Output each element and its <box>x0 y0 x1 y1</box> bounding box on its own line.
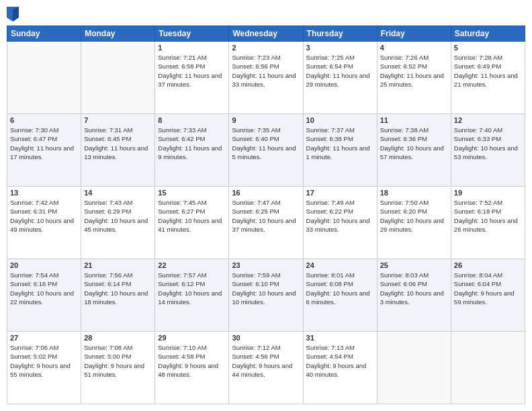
sunrise-label: Sunrise: 7:31 AM <box>84 126 132 134</box>
sunrise-label: Sunrise: 7:59 AM <box>232 271 280 279</box>
day-info: Sunrise: 7:40 AMSunset: 6:33 PMDaylight:… <box>454 126 522 161</box>
daylight-label: Daylight: 10 hours and 26 minutes. <box>454 217 518 233</box>
calendar-day-cell: 22Sunrise: 7:57 AMSunset: 6:12 PMDayligh… <box>155 259 229 332</box>
day-number: 23 <box>232 261 300 269</box>
day-info: Sunrise: 7:30 AMSunset: 6:47 PMDaylight:… <box>10 126 78 161</box>
daylight-label: Daylight: 10 hours and 22 minutes. <box>10 289 74 306</box>
sunset-label: Sunset: 6:18 PM <box>454 208 501 215</box>
sunset-label: Sunset: 6:10 PM <box>232 280 279 287</box>
daylight-label: Daylight: 10 hours and 6 minutes. <box>306 289 370 306</box>
calendar-day-cell: 3Sunrise: 7:25 AMSunset: 6:54 PMDaylight… <box>303 42 377 114</box>
sunrise-label: Sunrise: 7:13 AM <box>306 344 355 351</box>
sunrise-label: Sunrise: 7:54 AM <box>10 271 58 279</box>
sunrise-label: Sunrise: 8:04 AM <box>454 271 502 279</box>
sunrise-label: Sunrise: 7:45 AM <box>158 199 206 206</box>
daylight-label: Daylight: 11 hours and 21 minutes. <box>454 72 518 88</box>
sunset-label: Sunset: 6:20 PM <box>380 208 427 215</box>
calendar-day-cell: 10Sunrise: 7:37 AMSunset: 6:38 PMDayligh… <box>303 114 377 187</box>
daylight-label: Daylight: 11 hours and 17 minutes. <box>10 144 74 161</box>
calendar-week-row: 27Sunrise: 7:06 AMSunset: 5:02 PMDayligh… <box>7 332 525 404</box>
daylight-label: Daylight: 9 hours and 59 minutes. <box>454 289 515 306</box>
sunrise-label: Sunrise: 7:25 AM <box>306 54 355 61</box>
day-info: Sunrise: 8:03 AMSunset: 6:06 PMDaylight:… <box>380 271 448 306</box>
day-number: 22 <box>158 261 226 269</box>
daylight-label: Daylight: 10 hours and 57 minutes. <box>380 144 444 161</box>
daylight-label: Daylight: 10 hours and 53 minutes. <box>454 144 518 161</box>
day-number: 31 <box>306 334 374 342</box>
sunrise-label: Sunrise: 7:52 AM <box>454 199 502 206</box>
day-number: 18 <box>380 189 448 197</box>
calendar-day-cell: 15Sunrise: 7:45 AMSunset: 6:27 PMDayligh… <box>155 187 229 259</box>
sunrise-label: Sunrise: 7:47 AM <box>232 199 280 206</box>
day-info: Sunrise: 7:47 AMSunset: 6:25 PMDaylight:… <box>232 198 300 234</box>
calendar-day-cell <box>451 332 525 404</box>
sunrise-label: Sunrise: 7:42 AM <box>10 199 58 206</box>
daylight-label: Daylight: 9 hours and 55 minutes. <box>10 362 71 378</box>
day-info: Sunrise: 7:54 AMSunset: 6:16 PMDaylight:… <box>10 271 78 306</box>
daylight-label: Daylight: 11 hours and 13 minutes. <box>84 144 148 161</box>
calendar-day-cell: 2Sunrise: 7:23 AMSunset: 6:56 PMDaylight… <box>229 42 303 114</box>
sunrise-label: Sunrise: 7:12 AM <box>232 344 280 351</box>
sunset-label: Sunset: 6:45 PM <box>84 135 131 142</box>
sunset-label: Sunset: 6:54 PM <box>306 62 353 70</box>
day-number: 26 <box>454 261 522 269</box>
sunrise-label: Sunrise: 7:43 AM <box>84 199 132 206</box>
day-number: 6 <box>10 116 78 124</box>
daylight-label: Daylight: 10 hours and 49 minutes. <box>10 217 74 233</box>
sunrise-label: Sunrise: 7:30 AM <box>10 126 58 134</box>
day-info: Sunrise: 7:33 AMSunset: 6:42 PMDaylight:… <box>158 126 226 161</box>
sunset-label: Sunset: 6:08 PM <box>306 280 353 287</box>
sunset-label: Sunset: 5:02 PM <box>10 353 57 360</box>
calendar-day-cell: 26Sunrise: 8:04 AMSunset: 6:04 PMDayligh… <box>451 259 525 332</box>
logo-icon <box>7 7 19 21</box>
calendar-table: SundayMondayTuesdayWednesdayThursdayFrid… <box>7 26 525 404</box>
sunset-label: Sunset: 6:38 PM <box>306 135 353 142</box>
day-number: 19 <box>454 189 522 197</box>
calendar-day-cell: 4Sunrise: 7:26 AMSunset: 6:52 PMDaylight… <box>377 42 451 114</box>
calendar-header-row: SundayMondayTuesdayWednesdayThursdayFrid… <box>7 26 525 42</box>
calendar-day-cell <box>81 42 155 114</box>
daylight-label: Daylight: 11 hours and 9 minutes. <box>158 144 222 161</box>
sunrise-label: Sunrise: 8:01 AM <box>306 271 355 279</box>
calendar-day-header: Tuesday <box>155 26 229 42</box>
sunrise-label: Sunrise: 7:40 AM <box>454 126 502 134</box>
day-number: 3 <box>306 44 374 52</box>
day-number: 8 <box>158 116 226 124</box>
day-info: Sunrise: 7:38 AMSunset: 6:36 PMDaylight:… <box>380 126 448 161</box>
calendar-day-cell: 24Sunrise: 8:01 AMSunset: 6:08 PMDayligh… <box>303 259 377 332</box>
sunset-label: Sunset: 4:54 PM <box>306 353 353 360</box>
sunrise-label: Sunrise: 7:56 AM <box>84 271 132 279</box>
calendar-day-cell: 11Sunrise: 7:38 AMSunset: 6:36 PMDayligh… <box>377 114 451 187</box>
sunrise-label: Sunrise: 7:26 AM <box>380 54 429 61</box>
daylight-label: Daylight: 9 hours and 40 minutes. <box>306 362 367 378</box>
calendar-day-cell: 30Sunrise: 7:12 AMSunset: 4:56 PMDayligh… <box>229 332 303 404</box>
day-number: 17 <box>306 189 374 197</box>
calendar-day-cell: 23Sunrise: 7:59 AMSunset: 6:10 PMDayligh… <box>229 259 303 332</box>
day-number: 2 <box>232 44 300 52</box>
day-number: 24 <box>306 261 374 269</box>
calendar-day-cell: 12Sunrise: 7:40 AMSunset: 6:33 PMDayligh… <box>451 114 525 187</box>
day-number: 7 <box>84 116 152 124</box>
sunrise-label: Sunrise: 7:35 AM <box>232 126 280 134</box>
sunrise-label: Sunrise: 7:50 AM <box>380 199 429 206</box>
day-info: Sunrise: 7:31 AMSunset: 6:45 PMDaylight:… <box>84 126 152 161</box>
daylight-label: Daylight: 9 hours and 48 minutes. <box>158 362 218 378</box>
day-info: Sunrise: 7:43 AMSunset: 6:29 PMDaylight:… <box>84 198 152 234</box>
day-info: Sunrise: 7:50 AMSunset: 6:20 PMDaylight:… <box>380 198 448 234</box>
calendar-day-cell: 9Sunrise: 7:35 AMSunset: 6:40 PMDaylight… <box>229 114 303 187</box>
day-number: 14 <box>84 189 152 197</box>
day-number: 9 <box>232 116 300 124</box>
calendar-day-cell: 19Sunrise: 7:52 AMSunset: 6:18 PMDayligh… <box>451 187 525 259</box>
day-info: Sunrise: 7:45 AMSunset: 6:27 PMDaylight:… <box>158 198 226 234</box>
sunset-label: Sunset: 5:00 PM <box>84 353 131 360</box>
day-info: Sunrise: 7:59 AMSunset: 6:10 PMDaylight:… <box>232 271 300 306</box>
page: SundayMondayTuesdayWednesdayThursdayFrid… <box>0 0 532 411</box>
logo <box>7 7 20 21</box>
sunset-label: Sunset: 6:25 PM <box>232 208 279 215</box>
calendar-day-cell: 29Sunrise: 7:10 AMSunset: 4:58 PMDayligh… <box>155 332 229 404</box>
sunset-label: Sunset: 6:29 PM <box>84 208 131 215</box>
sunset-label: Sunset: 6:33 PM <box>454 135 501 142</box>
calendar-week-row: 20Sunrise: 7:54 AMSunset: 6:16 PMDayligh… <box>7 259 525 332</box>
day-number: 30 <box>232 334 300 342</box>
daylight-label: Daylight: 10 hours and 29 minutes. <box>380 217 444 233</box>
